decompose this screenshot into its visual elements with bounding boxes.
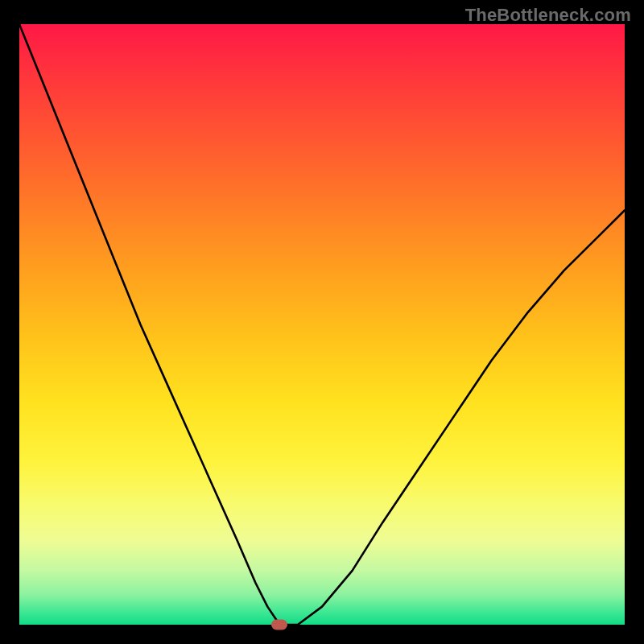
optimum-marker [271, 620, 287, 630]
chart-root: TheBottleneck.com [0, 0, 644, 644]
curve-layer [19, 24, 625, 625]
bottleneck-curve [19, 24, 625, 625]
watermark-text: TheBottleneck.com [465, 5, 631, 26]
plot-area [19, 24, 625, 625]
